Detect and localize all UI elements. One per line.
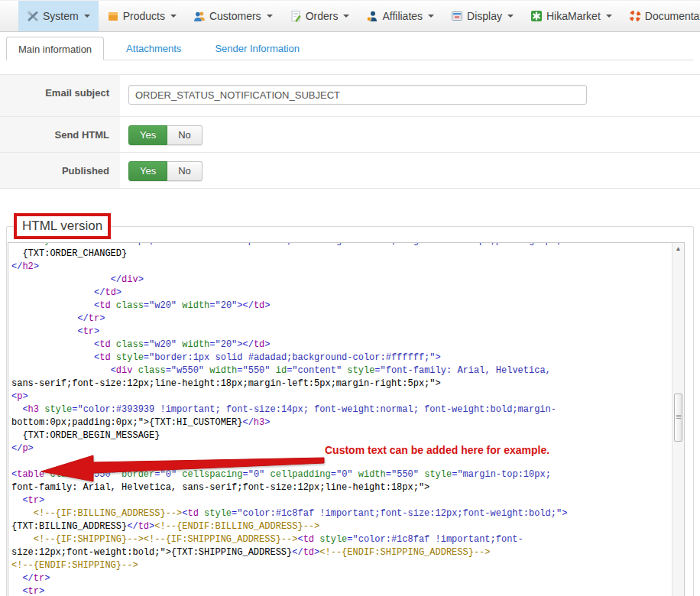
menu-item-documentation[interactable]: Documentation [621,1,700,31]
editor-scrollbar[interactable]: ▲ [672,243,684,596]
toggle-no-button[interactable]: No [167,125,203,145]
send-html-toggle: YesNo [128,125,203,145]
tab-main-information[interactable]: Main information [6,37,104,60]
form-row-email-subject: Email subject [0,75,700,117]
form-row-published: PublishedYesNo [0,153,700,188]
code-line: {TXT:ORDER_BEGIN_MESSAGE} [11,429,671,442]
orders-icon [290,10,302,22]
system-icon [27,10,39,22]
code-line: {TXT:ORDER_CHANGED} [11,248,671,261]
code-line: <h2 style="font-size:16px;color:#1c8faf … [11,242,671,248]
code-line: </tr> [11,313,671,326]
tab-bar: Main informationAttachmentsSender Inform… [6,37,694,60]
code-line: <!--{IF:BILLING_ADDRESS}--><td style="co… [11,507,671,520]
scrollbar-thumb[interactable] [674,394,682,442]
field-value: YesNo [120,117,700,152]
code-line: <tr> [11,326,671,338]
code-line: <p> [11,390,671,403]
affiliates-icon [366,10,378,22]
menu-item-label: Documentation [645,10,700,22]
code-line: <td style="border:1px solid #adadad;back… [11,351,671,364]
code-line: <div class="w550" width="550" id="conten… [11,364,671,377]
toggle-yes-button[interactable]: Yes [128,161,167,181]
menubar: SystemProductsCustomersOrdersAffiliatesD… [0,0,700,32]
menu-item-system[interactable]: System [18,1,99,31]
menu-item-affiliates[interactable]: Affiliates [358,1,442,31]
menu-item-customers[interactable]: Customers [185,1,281,31]
chevron-down-icon [507,15,514,18]
code-line: size:12px;font-weight:bold;">{TXT:SHIPPI… [11,546,671,559]
products-icon [107,10,119,22]
code-line: </div> [11,274,671,287]
customers-icon [193,10,206,22]
scrollbar-grip-icon [676,415,681,416]
field-label: Email subject [0,75,120,116]
code-line: bottom:0px;padding:0px;">{TXT:HI_CUSTOME… [11,416,671,429]
scroll-up-arrow-icon[interactable]: ▲ [672,243,684,254]
code-line: <!--{IF:SHIPPING}--><!--{IF:SHIPPING_ADD… [11,533,671,546]
menu-item-products[interactable]: Products [99,1,185,31]
hikamarket-icon [530,10,543,22]
html-version-fieldset: HTML version <h2 style="font-size:16px;c… [6,226,694,596]
menu-item-hikamarket[interactable]: HikaMarket [522,1,621,31]
code-line: <td class="w20" width="20"></td> [11,300,671,313]
field-label: Send HTML [0,117,120,152]
menu-item-label: Products [123,10,165,22]
code-editor[interactable]: <h2 style="font-size:16px;color:#1c8faf … [8,242,685,596]
code-line: <tr> [11,494,671,507]
documentation-icon [629,10,641,22]
code-line: </td> [11,287,671,300]
form-row-send-html: Send HTMLYesNo [0,117,700,153]
chevron-down-icon [267,15,273,18]
code-line: <h3 style="color:#393939 !important; fon… [11,403,671,416]
annotation-text: Custom text can be added here for exampl… [325,444,549,456]
form-table: Email subjectSend HTMLYesNoPublishedYesN… [0,74,700,189]
code-line: </tr> [11,572,671,585]
email-subject-input[interactable] [128,85,587,105]
chevron-down-icon [343,15,349,18]
fieldset-legend: HTML version [22,219,102,233]
annotation-arrow-icon [37,454,327,486]
menu-item-label: Orders [306,10,339,22]
menu-item-display[interactable]: Display [442,1,522,31]
code-line: <!--{ENDIF:SHIPPING}--> [11,559,671,572]
menu-item-label: Customers [209,10,261,22]
chevron-down-icon [170,15,177,18]
chevron-down-icon [428,15,434,18]
code-line: <td class="w20" width="20"></td> [11,338,671,351]
chevron-down-icon [606,15,612,18]
code-line: </h2> [11,261,671,274]
chevron-down-icon [84,15,90,18]
field-value [120,75,700,116]
field-label: Published [0,153,120,188]
tab-attachments[interactable]: Attachments [115,37,193,60]
menu-item-label: HikaMarket [546,10,601,22]
code-content: <h2 style="font-size:16px;color:#1c8faf … [8,242,671,596]
tab-sender-information[interactable]: Sender Information [203,37,311,60]
menu-item-orders[interactable]: Orders [281,1,358,31]
display-icon [451,10,463,22]
field-value: YesNo [120,153,700,188]
code-line: <tr> [11,585,671,596]
published-toggle: YesNo [128,161,203,181]
toggle-no-button[interactable]: No [167,161,203,181]
legend-highlight-box: HTML version [14,213,111,239]
menu-item-label: Display [467,10,502,22]
code-line: {TXT:BILLING_ADDRESS}</td><!--{ENDIF:BIL… [11,520,671,533]
toggle-yes-button[interactable]: Yes [128,125,167,145]
code-line: sans-serif;font-size:12px;line-height:18… [11,377,671,390]
menu-item-label: Affiliates [382,10,423,22]
menu-item-label: System [43,10,79,22]
